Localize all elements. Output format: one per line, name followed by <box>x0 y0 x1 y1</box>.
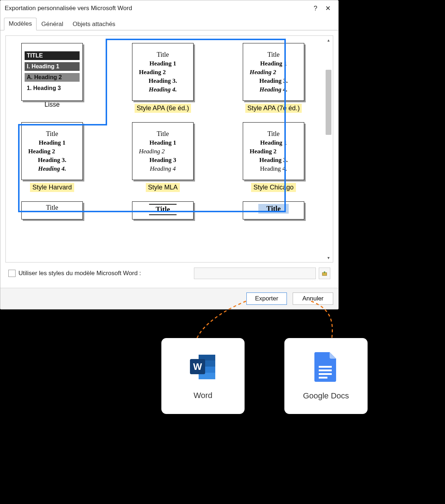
svg-rect-13 <box>319 377 327 379</box>
destination-word-label: Word <box>194 391 212 400</box>
destination-gdocs-card: Google Docs <box>284 338 368 414</box>
svg-rect-12 <box>319 373 332 375</box>
arrow-annotations <box>0 0 445 504</box>
svg-rect-11 <box>319 370 332 371</box>
svg-text:W: W <box>193 361 202 372</box>
svg-rect-10 <box>319 366 332 368</box>
word-icon: W <box>188 352 218 382</box>
destination-word-card: W Word <box>161 338 245 414</box>
google-docs-icon <box>314 351 338 383</box>
destination-gdocs-label: Google Docs <box>303 391 349 401</box>
